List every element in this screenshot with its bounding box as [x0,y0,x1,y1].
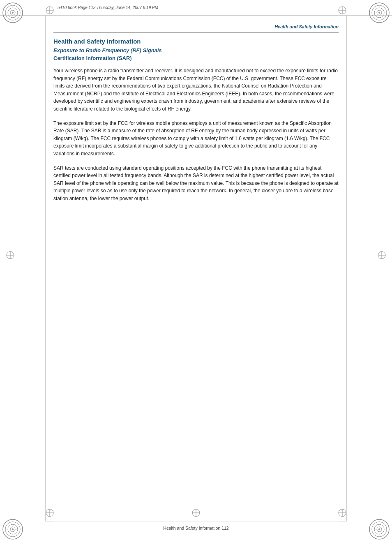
page-title: Health and Safety Information [53,38,339,45]
right-border [346,16,347,521]
left-border [45,16,46,521]
subtitle-italic: Exposure to Radio Frequency (RF) Signals [53,47,339,53]
section-header-right: Health and Safety Information [53,23,339,33]
top-header: u410.book Page 112 Thursday, June 14, 20… [0,0,392,16]
mid-crosshair-right [377,251,386,260]
svg-point-4 [12,12,14,14]
bot-crosshair-right [338,508,347,517]
svg-point-14 [12,528,14,530]
bottom-line [45,521,347,521]
bot-crosshair-center [191,508,201,517]
section-header-label: Health and Safety Information [274,24,339,29]
paragraph-3: SAR tests are conducted using standard o… [53,164,339,203]
svg-point-19 [378,528,380,530]
header-text: u410.book Page 112 Thursday, June 14, 20… [58,5,158,10]
bot-crosshair-left [45,508,54,517]
header-crosshair-tl [45,6,54,15]
page-footer: Health and Safety Information 112 [53,522,339,530]
page-container: u410.book Page 112 Thursday, June 14, 20… [0,0,392,542]
svg-point-9 [378,12,380,14]
corner-decoration-tl [2,2,23,23]
corner-decoration-bl [2,519,23,540]
header-crosshair-tr [338,6,347,15]
corner-decoration-br [369,519,390,540]
subtitle-bold: Certification Information (SAR) [53,55,339,61]
mid-crosshair-left [6,251,15,260]
paragraph-2: The exposure limit set by the FCC for wi… [53,120,339,158]
main-content: Health and Safety Information Health and… [53,23,339,509]
footer-text: Health and Safety Information 112 [163,526,228,530]
corner-decoration-tr [369,2,390,23]
paragraph-1: Your wireless phone is a radio transmitt… [53,67,339,113]
